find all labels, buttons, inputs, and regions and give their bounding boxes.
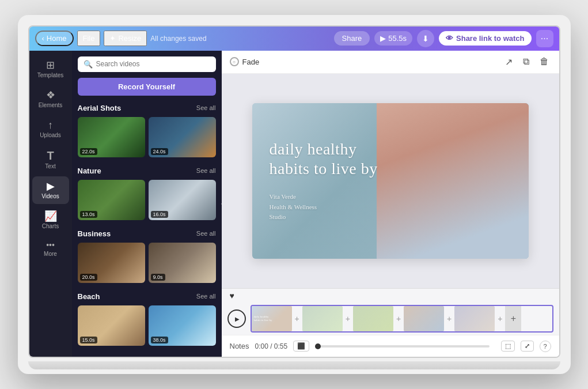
aerial-shots-grid: 22.0s 24.0s [78,117,216,157]
progress-dot[interactable] [315,343,321,349]
nature-see-all[interactable]: See all [196,167,216,174]
record-button[interactable]: Record Yourself [78,78,216,96]
frame-item [353,306,393,331]
search-input[interactable] [96,60,210,68]
ellipsis-icon: ··· [541,33,548,44]
video-duration: 20.0s [80,274,97,281]
add-between-frames[interactable]: + [293,314,301,323]
beach-title: Beach [78,292,100,301]
video-duration: 9.0s [151,274,165,281]
play-triangle-icon: ▶ [235,316,240,322]
frame-item [454,306,495,331]
laptop-base [28,361,560,369]
frame-thumb[interactable] [302,306,343,331]
help-button[interactable]: ? [540,341,551,352]
home-button[interactable]: ‹ Home [35,31,74,46]
templates-icon: ⊞ [46,60,55,70]
topbar-right-actions: Share ▶ 55.5s ⬇ 👁 Share link to watch ··… [334,30,553,47]
panel-collapse-arrow[interactable]: ‹ [217,195,222,213]
timeline-heart: ♥ [222,289,559,303]
add-frame-button[interactable]: + [505,306,521,331]
aerial-shots-title: Aerial Shots [78,104,122,112]
video-duration: 16.0s [151,211,168,218]
frame-item [404,306,444,331]
business-see-all[interactable]: See all [196,230,216,237]
frame-text: daily healthyhabits to live by [254,315,272,322]
charts-icon: 📈 [44,211,57,221]
screen-size-button[interactable]: ⬛ [293,341,309,352]
notes-button[interactable]: Notes [230,342,249,350]
play-icon: ▶ [380,34,386,43]
share-slide-button[interactable]: ↗ [503,54,515,70]
sidebar-item-charts[interactable]: 📈 Charts [32,206,69,234]
sidebar-item-videos[interactable]: ▶ Videos [32,176,69,204]
beach-see-all[interactable]: See all [196,293,216,300]
share-button[interactable]: Share [334,31,370,46]
frame-thumb[interactable] [353,306,393,331]
video-thumb[interactable]: 20.0s [78,243,145,283]
canvas-topbar: ○ Fade ↗ ⧉ 🗑 [222,51,559,74]
download-button[interactable]: ⬇ [417,30,434,47]
video-duration: 24.0s [151,148,168,155]
sidebar-item-more[interactable]: ••• More [32,236,69,262]
sidebar-item-uploads[interactable]: ↑ Uploads [32,115,69,143]
add-between-frames[interactable]: + [445,314,453,323]
duration-button[interactable]: ▶ 55.5s [374,31,412,46]
timeline-frames: daily healthyhabits to live by + + [251,305,553,333]
slide-preview[interactable]: daily healthy habits to live by Vita Ver… [252,103,529,259]
business-grid: 20.0s 9.0s [78,243,216,283]
nature-header: Nature See all [78,167,216,175]
business-title: Business [78,229,111,238]
search-icon: 🔍 [84,60,93,69]
slide-person-image [377,103,529,259]
file-menu[interactable]: File [77,31,101,46]
business-header: Business See all [78,229,216,238]
add-between-frames[interactable]: + [394,314,403,323]
video-thumb[interactable]: 15.0s [78,305,145,346]
nature-grid: 13.0s 16.0s [78,180,216,220]
sidebar-item-templates[interactable]: ⊞ Templates [32,55,69,83]
video-thumb[interactable]: 16.0s [149,180,216,220]
transition-icon: ○ [233,59,236,65]
delete-slide-button[interactable]: 🗑 [537,54,551,69]
video-thumb[interactable]: 24.0s [149,117,216,157]
beach-grid: 15.0s 38.0s [78,305,216,346]
download-icon: ⬇ [422,34,429,43]
video-thumb[interactable]: 22.0s [78,117,145,157]
add-between-frames[interactable]: + [496,314,504,323]
video-thumb[interactable]: 38.0s [149,305,216,346]
elements-icon: ❖ [46,90,55,100]
add-between-frames[interactable]: + [344,314,352,323]
timeline-area: ♥ ▶ daily healthyhabits to live by [222,288,559,357]
sidebar-item-elements[interactable]: ❖ Elements [32,85,69,113]
play-button[interactable]: ▶ [227,309,246,328]
eye-icon: 👁 [446,34,453,43]
frame-thumb[interactable] [454,306,495,331]
aerial-shots-see-all[interactable]: See all [196,104,216,111]
resize-button[interactable]: ✦ Resize [104,31,147,46]
slide-brand: Vita Verde Health & Wellness Studio [270,192,378,222]
aerial-shots-header: Aerial Shots See all [78,104,216,112]
video-thumb[interactable]: 13.0s [78,180,145,220]
frame-item: daily healthyhabits to live by [252,306,292,331]
frame-item [302,306,343,331]
videos-icon: ▶ [47,181,55,191]
frame-thumb[interactable]: daily healthyhabits to live by [252,306,292,331]
duplicate-slide-button[interactable]: ⧉ [521,54,532,69]
video-thumb[interactable]: 9.0s [149,243,216,283]
more-options-button[interactable]: ··· [536,30,553,47]
share-link-button[interactable]: 👁 Share link to watch [439,31,531,46]
videos-panel: 🔍 Record Yourself Aerial Shots See all 2… [72,51,222,357]
bottom-controls: Notes 0:00 / 0:55 ⬛ ⬚ ⤢ ? [222,335,559,357]
sidebar-item-text[interactable]: T Text [32,145,69,174]
fit-button[interactable]: ⬚ [501,341,515,352]
more-icon: ••• [46,241,55,249]
video-duration: 15.0s [80,337,97,343]
fullscreen-button[interactable]: ⤢ [521,341,534,352]
beach-header: Beach See all [78,292,216,301]
frame-thumb[interactable] [404,306,444,331]
transition-indicator: ○ Fade [230,57,260,66]
progress-track[interactable] [315,345,489,348]
text-icon: T [47,150,54,161]
nature-title: Nature [78,167,101,175]
